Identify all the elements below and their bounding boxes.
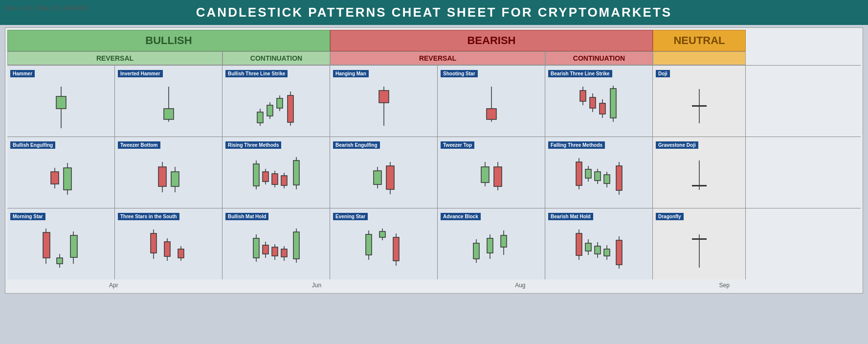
svg-rect-16 (288, 95, 293, 122)
bullish-three-line-strike-cell: Bullish Three Line Strike (223, 66, 330, 137)
svg-rect-58 (272, 174, 278, 184)
neutral-header: NEUTRAL (653, 30, 746, 51)
svg-rect-91 (616, 166, 622, 190)
hanging-man-label: Hanging Man (333, 70, 369, 77)
svg-rect-13 (277, 98, 283, 108)
date-label-jun: Jun (312, 282, 321, 289)
svg-rect-151 (585, 243, 591, 251)
svg-rect-25 (580, 91, 586, 101)
bearish-engulfing-candle (333, 151, 434, 205)
three-stars-south-candle (118, 222, 219, 276)
falling-three-methods-candle (548, 151, 649, 205)
tweezer-bottom-candle (118, 151, 219, 205)
date-label-aug: Aug (515, 282, 525, 289)
svg-rect-73 (481, 167, 489, 183)
svg-rect-160 (616, 240, 622, 265)
inverted-hammer-label: Inverted Hammer (118, 70, 163, 77)
hammer-cell: Hammer (7, 66, 115, 137)
title-bar: CANDLESTICK PATTERNS CHEAT SHEET FOR CRY… (0, 0, 868, 25)
bearish-mat-hold-cell: Bearish Mat Hold (545, 208, 653, 279)
svg-rect-55 (263, 172, 268, 182)
bullish-continuation-header: CONTINUATION (223, 51, 330, 65)
svg-rect-79 (576, 162, 582, 185)
svg-rect-28 (590, 97, 596, 108)
tweezer-top-label: Tweezer Top (441, 141, 474, 149)
gravestone-doji-candle (656, 151, 742, 205)
svg-rect-67 (374, 171, 381, 184)
rising-three-methods-label: Rising Three Methods (225, 141, 281, 149)
inverted-hammer-cell: Inverted Hammer (115, 66, 223, 137)
svg-rect-34 (610, 89, 616, 118)
tweezer-top-cell: Tweezer Top (438, 137, 545, 208)
svg-rect-130 (366, 234, 372, 255)
dragonfly-cell: Dragonfly (653, 208, 746, 279)
svg-rect-10 (267, 105, 273, 116)
svg-rect-52 (253, 164, 259, 186)
main-header-row: BULLISH BEARISH NEUTRAL (7, 30, 861, 51)
svg-rect-31 (600, 103, 605, 114)
bearish-three-line-strike-candle (548, 79, 649, 133)
svg-rect-82 (585, 169, 591, 178)
main-title: CANDLESTICK PATTERNS CHEAT SHEET FOR CRY… (196, 5, 672, 20)
dragonfly-candle (656, 222, 742, 276)
hammer-candle (10, 79, 111, 133)
bearish-header: BEARISH (330, 30, 653, 51)
svg-rect-100 (57, 258, 63, 264)
svg-rect-40 (51, 172, 59, 184)
svg-rect-145 (501, 235, 507, 247)
watermark: Euro / U.S. Dollar, 1D, KRAKEN (5, 5, 89, 12)
sub-header-row: REVERSAL CONTINUATION REVERSAL CONTINUAT… (7, 51, 861, 65)
svg-rect-85 (595, 172, 601, 181)
bearish-reversal-header: REVERSAL (330, 51, 545, 65)
svg-rect-76 (494, 167, 502, 186)
shooting-star-cell: Shooting Star (438, 66, 545, 137)
dragonfly-label: Dragonfly (656, 213, 684, 220)
doji-label: Doji (656, 70, 670, 77)
date-label-apr: Apr (109, 282, 118, 289)
svg-rect-19 (379, 91, 389, 103)
date-label-sep: Sep (719, 282, 730, 289)
svg-rect-49 (171, 172, 179, 186)
bullish-reversal-header: REVERSAL (7, 51, 223, 65)
advance-block-candle (441, 222, 542, 276)
svg-rect-154 (595, 246, 601, 254)
svg-rect-118 (263, 245, 268, 254)
svg-rect-133 (379, 231, 385, 237)
falling-three-methods-label: Falling Three Methods (548, 141, 605, 149)
shooting-star-candle (441, 79, 542, 133)
svg-rect-7 (257, 112, 263, 123)
svg-rect-94 (692, 185, 707, 186)
neutral-sub-header (653, 51, 746, 65)
three-stars-south-cell: Three Stars in the South (115, 208, 223, 279)
svg-rect-121 (272, 247, 278, 256)
svg-rect-106 (151, 233, 156, 253)
gravestone-doji-label: Gravestone Doji (656, 141, 698, 149)
svg-rect-124 (281, 249, 287, 257)
svg-rect-136 (393, 237, 399, 261)
advance-block-cell: Advance Block (438, 208, 545, 279)
bearish-engulfing-label: Bearish Engulfing (333, 141, 380, 149)
svg-rect-112 (178, 249, 184, 258)
doji-candle (656, 79, 742, 133)
hammer-label: Hammer (10, 70, 35, 77)
tweezer-bottom-label: Tweezer Bottom (118, 141, 160, 149)
bearish-engulfing-cell: Bearish Engulfing (330, 137, 438, 208)
bullish-engulfing-candle (10, 151, 111, 205)
patterns-grid: Hammer Inverted Hammer (7, 65, 861, 279)
bearish-three-line-strike-cell: Bearish Three Line Strike (545, 66, 653, 137)
svg-rect-1 (56, 96, 66, 109)
bullish-mat-hold-candle (225, 222, 327, 276)
bullish-engulfing-label: Bullish Engulfing (10, 141, 55, 149)
evening-star-label: Evening Star (333, 213, 368, 220)
morning-star-candle (10, 222, 111, 276)
tweezer-bottom-cell: Tweezer Bottom (115, 137, 223, 208)
svg-rect-61 (281, 176, 287, 185)
bullish-header: BULLISH (7, 30, 330, 51)
hanging-man-candle (333, 79, 434, 133)
doji-cell: Doji (653, 66, 746, 137)
svg-rect-142 (487, 238, 493, 253)
svg-rect-115 (253, 238, 259, 258)
gravestone-doji-cell: Gravestone Doji (653, 137, 746, 208)
morning-star-label: Morning Star (10, 213, 45, 220)
svg-rect-88 (604, 175, 610, 183)
